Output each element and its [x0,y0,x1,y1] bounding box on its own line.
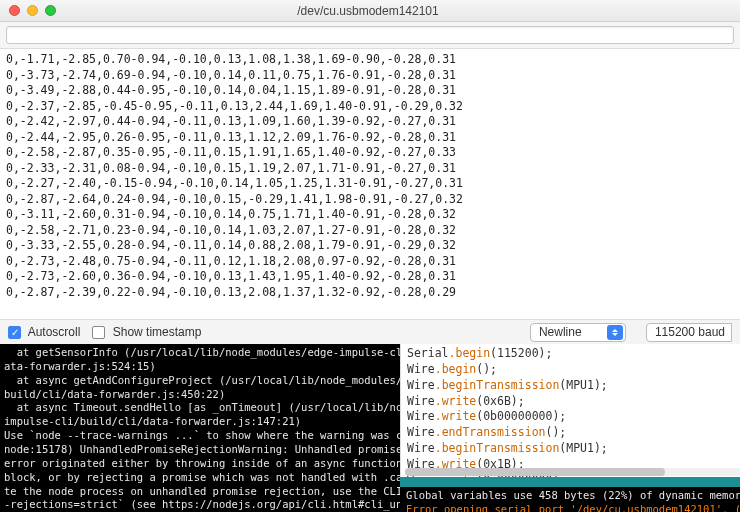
baud-rate-select[interactable]: 115200 baud [646,323,732,342]
monitor-line: 0,-3.33,-2.55,0.28-0.94,-0.11,0.14,0.88,… [6,238,734,254]
terminal-line: error originated either by throwing insi… [4,457,396,471]
serial-send-row [0,22,740,49]
terminal-line: build/cli/data-forwarder.js:450:22) [4,388,396,402]
monitor-line: 0,-2.87,-2.39,0.22-0.94,-0.10,0.13,2.08,… [6,285,734,301]
code-line: Wire.write(0b00000000); [407,409,740,425]
code-line: Wire.begin(); [407,362,740,378]
terminal-line: block, or by rejecting a promise which w… [4,471,396,485]
serial-send-input[interactable] [6,26,734,44]
monitor-line: 0,-2.37,-2.85,-0.45-0.95,-0.11,0.13,2.44… [6,99,734,115]
terminal-line: node:15178) UnhandledPromiseRejectionWar… [4,443,396,457]
code-line: Wire.beginTransmission(MPU1); [407,378,740,394]
monitor-line: 0,-2.44,-2.95,0.26-0.95,-0.11,0.13,1.12,… [6,130,734,146]
ide-status-bar [400,477,740,487]
checkbox-icon [8,326,21,339]
line-ending-value: Newline [539,325,582,339]
show-timestamp-checkbox[interactable]: Show timestamp [92,325,201,339]
terminal-line: ata-forwarder.js:524:15) [4,360,396,374]
chevron-updown-icon [607,325,623,340]
terminal-line: te the node process on unhandled promise… [4,485,396,499]
checkbox-icon [92,326,105,339]
code-editor[interactable]: Serial.begin(115200);Wire.begin();Wire.b… [400,344,740,477]
autoscroll-label: Autoscroll [28,325,81,339]
show-timestamp-label: Show timestamp [113,325,202,339]
monitor-line: 0,-3.73,-2.74,0.69-0.94,-0.10,0.14,0.11,… [6,68,734,84]
code-line: Serial.begin(115200); [407,346,740,362]
monitor-line: 0,-1.71,-2.85,0.70-0.94,-0.10,0.13,1.08,… [6,52,734,68]
terminal-line: at getSensorInfo (/usr/local/lib/node_mo… [4,346,396,360]
monitor-line: 0,-2.87,-2.64,0.24-0.94,-0.10,0.15,-0.29… [6,192,734,208]
terminal-output[interactable]: at getSensorInfo (/usr/local/lib/node_mo… [0,344,400,512]
right-editor-stack: Serial.begin(115200);Wire.begin();Wire.b… [400,344,740,512]
monitor-line: 0,-2.58,-2.71,0.23-0.94,-0.10,0.14,1.03,… [6,223,734,239]
terminal-line: at async getAndConfigureProject (/usr/lo… [4,374,396,388]
code-line: Wire.write(0x6B); [407,394,740,410]
terminal-line: impulse-cli/build/cli/data-forwarder.js:… [4,415,396,429]
baud-rate-value: 115200 baud [655,325,725,339]
monitor-line: 0,-3.49,-2.88,0.44-0.95,-0.10,0.14,0.04,… [6,83,734,99]
window-titlebar: /dev/cu.usbmodem142101 [0,0,740,22]
monitor-line: 0,-2.42,-2.97,0.44-0.94,-0.11,0.13,1.09,… [6,114,734,130]
monitor-line: 0,-3.11,-2.60,0.31-0.94,-0.10,0.14,0.75,… [6,207,734,223]
monitor-line: 0,-2.27,-2.40,-0.15-0.94,-0.10,0.14,1.05… [6,176,734,192]
terminal-line: Use `node --trace-warnings ...` to show … [4,429,396,443]
monitor-line: 0,-2.58,-2.87,0.35-0.95,-0.11,0.15,1.91,… [6,145,734,161]
console-error-line: Error opening serial port '/dev/cu.usbmo… [406,503,740,512]
autoscroll-checkbox[interactable]: Autoscroll [8,325,80,339]
terminal-line: at async Timeout.sendHello [as _onTimeou… [4,401,396,415]
ide-console[interactable]: Global variables use 458 bytes (22%) of … [400,487,740,512]
lower-panes: at getSensorInfo (/usr/local/lib/node_mo… [0,344,740,512]
serial-monitor-footer: Autoscroll Show timestamp Newline 115200… [0,319,740,344]
console-line: Global variables use 458 bytes (22%) of … [406,489,740,503]
monitor-line: 0,-2.73,-2.48,0.75-0.94,-0.11,0.12,1.18,… [6,254,734,270]
horizontal-scrollbar[interactable] [405,468,740,476]
scrollbar-thumb[interactable] [405,468,665,476]
window-title: /dev/cu.usbmodem142101 [0,4,740,18]
serial-monitor-output[interactable]: 0,-1.71,-2.85,0.70-0.94,-0.10,0.13,1.08,… [0,49,740,319]
code-line: Wire.beginTransmission(MPU1); [407,441,740,457]
code-line: Wire.endTransmission(); [407,425,740,441]
monitor-line: 0,-2.33,-2.31,0.08-0.94,-0.10,0.15,1.19,… [6,161,734,177]
line-ending-select[interactable]: Newline [530,323,626,342]
terminal-line: -rejections=strict` (see https://nodejs.… [4,498,396,512]
monitor-line: 0,-2.73,-2.60,0.36-0.94,-0.10,0.13,1.43,… [6,269,734,285]
